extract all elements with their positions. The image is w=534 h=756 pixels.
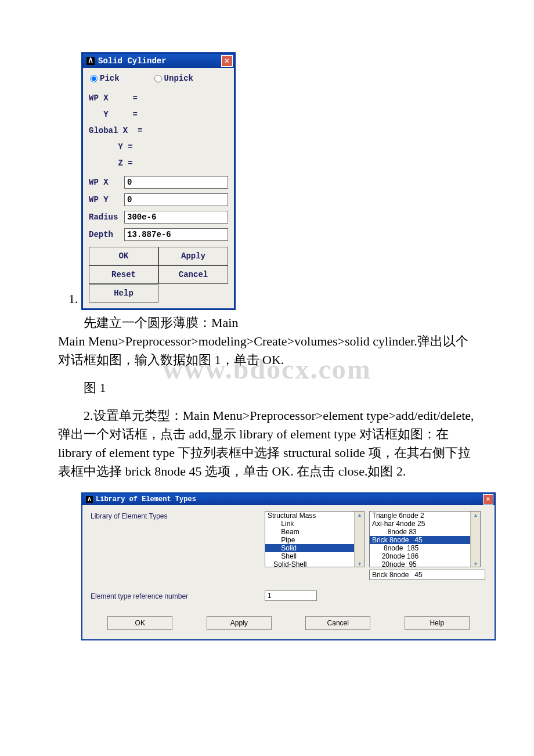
scrollbar[interactable]: ▴▾ xyxy=(354,512,364,567)
depth-input[interactable] xyxy=(124,228,228,241)
ok-button[interactable]: OK xyxy=(89,247,158,265)
dialog2-title: Library of Element Types xyxy=(96,495,196,503)
list-item[interactable]: Solid-Shell xyxy=(265,560,364,567)
depth-label: Depth xyxy=(89,230,124,239)
para1-menu-path2: Main Menu>Preprocessor>modeling>Create>v… xyxy=(58,334,417,348)
help-button[interactable]: Help xyxy=(89,284,158,303)
coord-gx: Global X = xyxy=(89,123,228,139)
list-item[interactable]: 20node 95 xyxy=(370,560,480,567)
coord-gz: Z = xyxy=(89,155,228,171)
element-listbox[interactable]: Triangle 6node 2Axi-har 4node 25 8node 8… xyxy=(369,511,481,567)
list-item[interactable]: Solid xyxy=(265,544,364,552)
wpy-label: WP Y xyxy=(89,195,124,204)
coord-wpy: Y = xyxy=(89,106,228,123)
list-item[interactable]: Pipe xyxy=(265,536,364,544)
scroll-up-icon[interactable]: ▴ xyxy=(358,512,361,518)
coord-wpx: WP X = xyxy=(89,90,228,106)
list-item[interactable]: Shell xyxy=(265,552,364,560)
wpy-input[interactable] xyxy=(124,193,228,206)
list-item[interactable]: Brick 8node 45 xyxy=(370,536,480,544)
para1-menu-path: Main xyxy=(211,315,238,330)
figure1-number: 1. xyxy=(68,291,78,307)
close-icon[interactable]: × xyxy=(221,55,233,67)
list-item[interactable]: Link xyxy=(265,520,364,528)
category-listbox[interactable]: Structural Mass Link Beam Pipe Solid She… xyxy=(265,511,365,567)
dialog1-title: Solid Cylinder xyxy=(98,56,167,66)
ok-button[interactable]: OK xyxy=(107,616,172,630)
cancel-button[interactable]: Cancel xyxy=(305,616,370,630)
list-item[interactable]: Beam xyxy=(265,528,364,536)
unpick-radio[interactable]: Unpick xyxy=(154,74,193,83)
list-item[interactable]: Structural Mass xyxy=(265,512,364,520)
help-button[interactable]: Help xyxy=(405,616,470,630)
selected-element-input[interactable] xyxy=(369,570,485,580)
ref-number-input[interactable] xyxy=(265,591,317,601)
coord-gy: Y = xyxy=(89,139,228,155)
list-item[interactable]: 8node 185 xyxy=(370,544,480,552)
list-item[interactable]: 8node 83 xyxy=(370,528,480,536)
para2-head: 2.设置单元类型： xyxy=(84,408,183,423)
scroll-up-icon[interactable]: ▴ xyxy=(474,512,477,518)
unpick-radio-input[interactable] xyxy=(154,75,162,82)
ansys-logo-icon: Λ xyxy=(86,57,95,65)
coord-readout: WP X = Y = Global X = Y = Z = xyxy=(89,90,228,171)
list-item[interactable]: Triangle 6node 2 xyxy=(370,512,480,520)
radius-label: Radius xyxy=(89,213,124,222)
unpick-radio-label: Unpick xyxy=(164,74,193,83)
scroll-down-icon[interactable]: ▾ xyxy=(358,560,361,567)
pick-radio-input[interactable] xyxy=(90,75,98,82)
pick-radio-label: Pick xyxy=(100,74,120,83)
library-label: Library of Element Types xyxy=(91,511,265,520)
ref-number-label: Element type reference number xyxy=(91,591,265,600)
para2-tail: 弹出一个对话框，点击 add,显示 library of element typ… xyxy=(58,427,471,478)
dialog2-titlebar: Λ Library of Element Types × xyxy=(82,494,495,505)
radius-input[interactable] xyxy=(124,211,228,224)
wpx-label: WP X xyxy=(89,178,124,187)
para1-intro: 先建立一个圆形薄膜： xyxy=(84,315,211,330)
figure1-caption: 图 1 xyxy=(58,379,476,397)
para2-menu-path: Main Menu>Preprocessor>element type>add/… xyxy=(183,408,474,423)
reset-button[interactable]: Reset xyxy=(89,265,158,284)
list-item[interactable]: 20node 186 xyxy=(370,552,480,560)
pick-radio[interactable]: Pick xyxy=(90,74,120,83)
dialog-library-element-types: Λ Library of Element Types × Library of … xyxy=(81,492,496,640)
dialog1-titlebar: Λ Solid Cylinder × xyxy=(83,54,234,68)
list-item[interactable]: Axi-har 4node 25 xyxy=(370,520,480,528)
ansys-logo-icon: Λ xyxy=(86,496,93,503)
cancel-button[interactable]: Cancel xyxy=(158,265,228,284)
apply-button[interactable]: Apply xyxy=(207,616,272,630)
wpx-input[interactable] xyxy=(124,176,228,189)
apply-button[interactable]: Apply xyxy=(158,247,228,265)
close-icon[interactable]: × xyxy=(483,494,493,505)
scroll-down-icon[interactable]: ▾ xyxy=(474,560,477,567)
scrollbar[interactable]: ▴▾ xyxy=(470,512,480,567)
dialog-solid-cylinder: Λ Solid Cylinder × Pick Unpick WP X xyxy=(81,52,236,310)
